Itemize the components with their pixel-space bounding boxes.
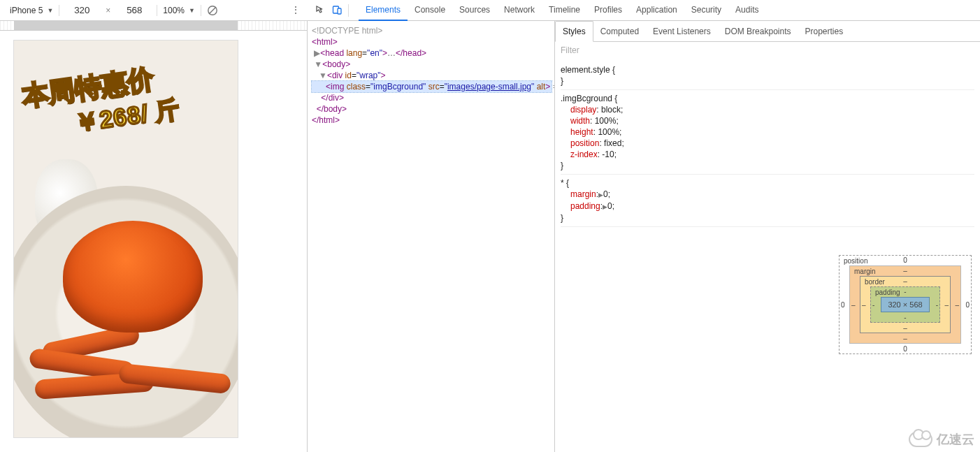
tab-properties[interactable]: Properties — [798, 21, 850, 41]
dom-tree[interactable]: <!DOCTYPE html> <html> ▶<head lang="en">… — [308, 21, 555, 452]
box-value: – — [903, 324, 907, 332]
ruler — [0, 21, 308, 31]
device-select[interactable]: iPhone 5 ▼ — [6, 6, 57, 15]
box-value: - — [904, 314, 906, 321]
box-value: – — [903, 277, 907, 285]
tab-elements[interactable]: Elements — [359, 0, 408, 21]
box-value: 0 — [903, 345, 907, 353]
box-label: margin — [854, 268, 876, 275]
dimensions: × — [61, 4, 155, 17]
box-value: – — [862, 301, 866, 309]
tab-styles[interactable]: Styles — [555, 21, 593, 42]
css-prop[interactable]: position: fixed; — [561, 138, 974, 149]
css-prop[interactable]: width: 100%; — [561, 115, 974, 126]
tab-console[interactable]: Console — [408, 0, 452, 21]
box-label: border — [865, 278, 885, 286]
box-label: position — [844, 257, 867, 265]
device-name: iPhone 5 — [10, 6, 43, 15]
rule-close: } — [561, 212, 974, 224]
dom-body-close[interactable]: </body> — [312, 103, 552, 115]
devtools-tabs: Elements Console Sources Network Timelin… — [359, 0, 765, 21]
tab-event-listeners[interactable]: Event Listeners — [646, 21, 718, 41]
watermark-text: 亿速云 — [937, 431, 974, 448]
tab-network[interactable]: Network — [497, 0, 542, 21]
inspect-icon[interactable] — [312, 2, 329, 19]
zoom-select[interactable]: 100% ▼ — [159, 6, 199, 15]
devtools-toolbar: Elements Console Sources Network Timelin… — [308, 0, 980, 21]
rule-element-style[interactable]: element.style { } — [561, 61, 974, 90]
box-value: - — [872, 301, 874, 309]
css-prop[interactable]: padding:▶0; — [561, 201, 974, 212]
chevron-down-icon: ▼ — [189, 7, 195, 14]
tab-audits[interactable]: Audits — [728, 0, 765, 21]
rule-close: } — [561, 160, 974, 171]
box-value: - — [936, 301, 938, 309]
box-padding: padding - - - - 320 × 568 — [870, 286, 940, 323]
width-input[interactable] — [65, 4, 99, 17]
rule-selector: element.style { — [561, 64, 974, 75]
box-value: 0 — [965, 301, 970, 309]
box-value: 0 — [903, 256, 907, 264]
devtools-body: <!DOCTYPE html> <html> ▶<head lang="en">… — [308, 21, 980, 452]
dom-html-close[interactable]: </html> — [312, 115, 552, 126]
rule-star[interactable]: * { margin:▶0; padding:▶0; } — [561, 175, 974, 227]
box-position: position 0 0 0 0 margin – – – – border – — [839, 255, 972, 354]
tab-application[interactable]: Application — [629, 0, 684, 21]
dom-body-open[interactable]: ▼<body> — [312, 59, 552, 70]
separator — [201, 5, 201, 16]
box-value: – — [903, 267, 907, 275]
chevron-down-icon: ▼ — [47, 7, 53, 14]
styles-filter — [555, 42, 980, 59]
tab-timeline[interactable]: Timeline — [542, 0, 587, 21]
rotate-icon[interactable] — [203, 5, 222, 16]
box-model[interactable]: position 0 0 0 0 margin – – – – border – — [839, 255, 972, 354]
promo-text: 本周特惠价 ￥268/ 斤 — [20, 58, 182, 147]
box-label: padding — [875, 289, 900, 296]
separator — [157, 5, 157, 16]
box-value: – — [944, 301, 949, 309]
kebab-menu-icon[interactable]: ⋮ — [291, 4, 301, 15]
tab-dom-breakpoints[interactable]: DOM Breakpoints — [718, 21, 798, 41]
box-value: 0 — [841, 301, 845, 309]
box-value: – — [903, 335, 907, 342]
tab-sources[interactable]: Sources — [452, 0, 497, 21]
dom-html-open[interactable]: <html> — [312, 36, 552, 48]
rule-selector: * { — [561, 177, 974, 189]
box-content: 320 × 568 — [881, 297, 930, 312]
crab-image — [63, 221, 203, 333]
dom-head[interactable]: ▶<head lang="en">…</head> — [312, 48, 552, 59]
zoom-value: 100% — [163, 6, 185, 15]
css-prop[interactable]: height: 100%; — [561, 126, 974, 138]
dom-wrap[interactable]: ▼<div id="wrap"> — [312, 70, 552, 81]
separator — [348, 4, 349, 17]
rule-close: } — [561, 75, 974, 87]
device-frame[interactable]: 本周特惠价 ￥268/ 斤 — [14, 41, 238, 437]
svg-rect-3 — [338, 8, 341, 14]
css-prop[interactable]: margin:▶0; — [561, 189, 974, 201]
styles-tabs: Styles Computed Event Listeners DOM Brea… — [555, 21, 980, 42]
dom-div-close[interactable]: </div> — [312, 92, 552, 103]
box-value: - — [904, 288, 906, 296]
dom-img-selected[interactable]: <img class="imgBcground" src="images/pag… — [312, 81, 552, 92]
rule-imgbcground[interactable]: .imgBcground { display: block; width: 10… — [561, 90, 974, 175]
tab-computed[interactable]: Computed — [593, 21, 646, 41]
styles-pane: Styles Computed Event Listeners DOM Brea… — [555, 21, 980, 452]
box-border: border – – – – padding - - - - 32 — [860, 276, 951, 333]
rule-selector: .imgBcground { — [561, 93, 974, 104]
box-value: – — [955, 301, 959, 309]
css-prop[interactable]: z-index: -10; — [561, 149, 974, 160]
separator — [59, 5, 59, 16]
tab-profiles[interactable]: Profiles — [587, 0, 629, 21]
filter-input[interactable] — [555, 42, 980, 59]
tab-security[interactable]: Security — [684, 0, 728, 21]
svg-line-1 — [209, 7, 216, 14]
cloud-icon — [909, 432, 932, 447]
dom-doctype[interactable]: <!DOCTYPE html> — [312, 26, 382, 36]
box-value: – — [851, 301, 856, 309]
devtools: Elements Console Sources Network Timelin… — [308, 0, 980, 452]
height-input[interactable] — [117, 4, 151, 17]
css-prop[interactable]: display: block; — [561, 104, 974, 115]
device-mode-icon[interactable] — [329, 2, 345, 19]
watermark: 亿速云 — [909, 431, 974, 448]
dimension-x: × — [103, 6, 113, 15]
